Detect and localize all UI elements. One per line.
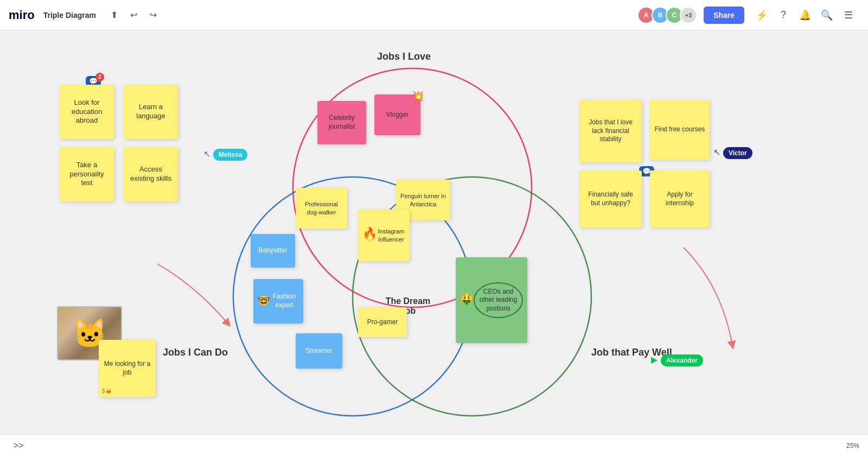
sticky-learn-language[interactable]: Learn a language [124, 85, 178, 139]
search-icon: 🔍 [821, 9, 833, 21]
topbar: miro Triple Diagram ⬆ ↩ ↪ A B C +3 Share… [0, 0, 868, 30]
notifications-button[interactable]: 🔔 [795, 5, 815, 25]
alexander-cursor-tag: Alexander [661, 354, 703, 366]
notification-count: 2 [95, 73, 104, 81]
sticky-access-skills[interactable]: Access existing skills [124, 147, 178, 201]
search-button[interactable]: 🔍 [817, 5, 837, 25]
sticky-look-education[interactable]: Look for education abroad [60, 85, 114, 139]
menu-icon: ☰ [844, 9, 853, 21]
alexander-cursor: ▶ Alexander [651, 354, 658, 365]
help-button[interactable]: ? [774, 5, 793, 25]
sticky-ceos[interactable]: 🤑 CEOs and other leading postions [456, 257, 527, 343]
sticky-dog-walker[interactable]: Professional dog-walker [296, 188, 347, 229]
upload-button[interactable]: ⬆ [106, 7, 123, 24]
undo-button[interactable]: ↩ [125, 7, 143, 24]
analytics-button[interactable]: ⚡ [752, 5, 771, 25]
victor-cursor-tag: Victor [723, 147, 752, 159]
arrow-right [678, 242, 743, 351]
jobs-i-love-label: Jobs I Love [377, 51, 431, 62]
logo: miro [9, 8, 35, 22]
sticky-financially-safe[interactable]: Financially safe but unhappy? [579, 170, 642, 227]
sticky-celebrity-journalist[interactable]: Celebrity journalist [317, 101, 366, 144]
sticky-jobs-lack-stability[interactable]: Jobs that I love lack financial stabilit… [579, 100, 642, 162]
expand-icon: >> [14, 441, 24, 451]
notifications-icon: 🔔 [799, 9, 811, 21]
redo-icon: ↪ [150, 10, 157, 20]
victor-cursor: ↖ Victor [713, 147, 720, 157]
zoom-level: 25% [846, 442, 859, 449]
upload-icon: ⬆ [111, 10, 118, 20]
sticky-take-personality[interactable]: Take a personality test [60, 147, 114, 201]
redo-button[interactable]: ↪ [145, 7, 162, 24]
sticky-me-looking-job[interactable]: Me looking for a job $🐱 [99, 340, 156, 397]
sticky-apply-internship[interactable]: Apply for internship [650, 170, 710, 227]
canvas[interactable]: Jobs I Love Jobs I Can Do Job that Pay W… [0, 30, 868, 456]
avatars-group: A B C +3 [641, 7, 697, 24]
jobs-pay-well-label: Job that Pay Well [591, 347, 672, 358]
sticky-find-free-courses[interactable]: Find free courses [650, 100, 710, 160]
doc-title[interactable]: Triple Diagram [43, 11, 96, 20]
melissa-cursor: ↖ Melissa [203, 149, 210, 159]
sticky-streamer[interactable]: Streamer [296, 333, 342, 369]
expand-button[interactable]: >> [10, 437, 27, 454]
bottombar: >> 25% [0, 434, 868, 456]
sticky-fashion-expert[interactable]: 🤓 Fashion expert [253, 279, 303, 324]
sticky-babysitter[interactable]: Babysitter [251, 234, 295, 268]
sticky-vlogger[interactable]: 💥 Vlogger [374, 94, 420, 135]
avatar-plus[interactable]: +3 [680, 7, 697, 24]
share-button[interactable]: Share [704, 7, 744, 24]
undo-icon: ↩ [130, 10, 137, 20]
jobs-i-can-do-label: Jobs I Can Do [163, 347, 228, 358]
analytics-icon: ⚡ [756, 9, 768, 21]
menu-button[interactable]: ☰ [839, 5, 858, 25]
melissa-cursor-tag: Melissa [213, 149, 247, 161]
help-icon: ? [781, 9, 786, 21]
sticky-pro-gamer[interactable]: Pro-gamer [358, 307, 407, 337]
sticky-instagram[interactable]: 🔥 Instagram influencer [358, 210, 410, 261]
